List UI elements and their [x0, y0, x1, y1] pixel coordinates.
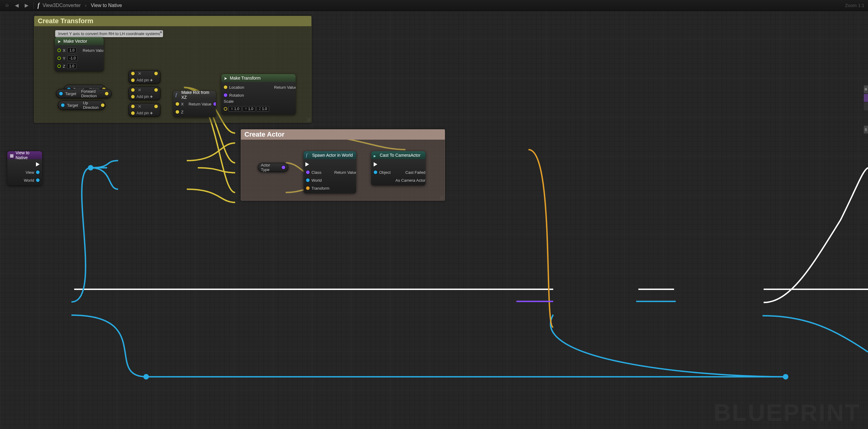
pin-out[interactable] [282, 165, 285, 169]
pin-label: Return Value [83, 48, 104, 53]
cast-icon [374, 153, 378, 157]
pin-out[interactable] [213, 102, 216, 106]
node-multiply-1[interactable]: × Add pin [129, 70, 160, 84]
pin-transform[interactable] [306, 186, 310, 190]
pin-scale[interactable] [224, 107, 227, 111]
function-icon: f [176, 93, 180, 97]
chip-target-up[interactable]: Target Up Direction [58, 101, 105, 110]
note-text: Invert Y axis to convert from RH to LH c… [58, 31, 160, 36]
pin-location[interactable] [224, 85, 227, 89]
chip-actor-type[interactable]: Actor Type [258, 163, 288, 172]
pin-in-b[interactable] [131, 95, 135, 98]
add-pin-button[interactable]: Add pin [136, 94, 153, 99]
node-make-vector[interactable]: ➤ Make Vector X 1.0 Y -1.0 Z 1.0 Return … [55, 37, 104, 71]
pin-exec-in[interactable] [374, 162, 377, 166]
scale-z[interactable]: Z 1.0 [257, 106, 269, 112]
pin-label: Target [67, 103, 78, 108]
pin-label: X [181, 102, 184, 106]
node-title: Cast To CameraActor [380, 153, 421, 158]
add-pin-button[interactable]: Add pin [136, 78, 153, 82]
pin-rotation[interactable] [224, 93, 227, 97]
chip-target-forward[interactable]: Target Forward Direction [56, 89, 112, 98]
resize-handle[interactable] [440, 196, 444, 200]
pin-label: Transform [311, 186, 330, 190]
multiply-icon: × [136, 103, 143, 110]
pin-out[interactable] [154, 104, 158, 108]
pin-in-z[interactable] [57, 64, 61, 68]
pin-in-x[interactable] [57, 49, 61, 52]
struct-icon: ➤ [57, 39, 62, 43]
pin-world[interactable] [36, 178, 40, 182]
pin-out[interactable] [154, 88, 158, 92]
pin-in-z[interactable] [176, 110, 179, 114]
node-multiply-3[interactable]: × Add pin [129, 103, 160, 117]
pin-view[interactable] [36, 171, 40, 174]
nav-back-button[interactable]: ◀ [13, 2, 20, 9]
scale-y[interactable]: Y 1.0 [243, 106, 255, 112]
breadcrumb-current[interactable]: View to Native [91, 3, 122, 8]
nav-forward-button[interactable]: ▶ [23, 2, 30, 9]
pin-label: World [311, 178, 322, 183]
side-tab[interactable] [864, 94, 868, 102]
comment-note[interactable]: Invert Y axis to convert from RH to LH c… [55, 30, 163, 37]
pin-world[interactable] [306, 178, 310, 182]
breadcrumb-root[interactable]: View3DConverter [43, 3, 81, 8]
pin-in-b[interactable] [131, 79, 135, 82]
node-title: Spawn Actor in World [312, 153, 353, 158]
node-make-transform[interactable]: ➤ Make Transform Location Rotation Scale… [221, 74, 296, 115]
add-pin-button[interactable]: Add pin [136, 111, 153, 115]
pin-label: Class [311, 170, 321, 175]
pin-out[interactable] [105, 92, 108, 95]
pin-in[interactable] [59, 92, 63, 95]
node-title: Make Rot from XZ [181, 91, 213, 100]
pin-label: View [26, 170, 34, 175]
pin-in-a[interactable] [131, 72, 135, 75]
side-tab[interactable]: R [864, 85, 868, 93]
value-z[interactable]: 1.0 [67, 63, 76, 69]
pin-in-a[interactable] [131, 88, 135, 92]
node-title: View to Native [16, 151, 40, 160]
pin-out[interactable] [101, 103, 104, 107]
pin-label: Z [63, 64, 65, 69]
pin-object[interactable] [374, 171, 377, 174]
pin-class[interactable] [306, 171, 310, 174]
pin-icon: ▣ [160, 30, 162, 34]
value-x[interactable]: 1.0 [67, 48, 77, 53]
resize-handle[interactable] [307, 118, 310, 121]
value-y[interactable]: -1.0 [67, 56, 78, 61]
pin-in-a[interactable] [131, 104, 135, 108]
pin-in-x[interactable] [176, 102, 179, 106]
function-icon: f [306, 153, 310, 157]
pin-exec-in[interactable] [305, 162, 309, 166]
pin-in[interactable] [61, 103, 65, 107]
side-tab[interactable]: S [864, 126, 868, 133]
toolbar: ☆ ◀ ▶ f View3DConverter › View to Native… [0, 0, 868, 11]
pin-in-b[interactable] [131, 111, 135, 115]
node-spawn-actor[interactable]: f Spawn Actor in World Class World Trans… [304, 151, 356, 193]
pin-label: X [63, 48, 65, 53]
pin-label: Forward Direction [81, 89, 102, 98]
pin-label: Return Value [189, 102, 212, 106]
chevron-right-icon: › [85, 3, 87, 8]
pin-label: Up Direction [83, 101, 98, 110]
separator [33, 2, 34, 9]
scale-x[interactable]: X 1.0 [228, 106, 241, 112]
node-view-to-native[interactable]: ▦ View to Native View World [7, 151, 42, 185]
svg-point-2 [783, 374, 788, 379]
struct-icon: ➤ [224, 76, 228, 80]
node-make-rot-xz[interactable]: f Make Rot from XZ X Z Return Value [173, 91, 216, 117]
node-multiply-2[interactable]: × Add pin [129, 87, 160, 100]
pin-label: Rotation [229, 93, 244, 98]
node-cast-camera-actor[interactable]: Cast To CameraActor Object Cast Failed A… [371, 151, 426, 185]
group-title: Create Actor [241, 129, 445, 140]
entry-icon: ▦ [10, 153, 14, 157]
pin-exec-out[interactable] [36, 162, 40, 166]
side-tabs: R S [864, 85, 868, 134]
pin-in-y[interactable] [57, 56, 61, 60]
graph-canvas[interactable]: Create Transform Create Actor Invert Y a… [0, 0, 868, 429]
pin-label: Scale [224, 99, 234, 104]
favorite-button[interactable]: ☆ [4, 2, 10, 9]
pin-out[interactable] [154, 72, 158, 75]
side-tab[interactable] [864, 102, 868, 111]
pin-label: Return Value [274, 85, 296, 90]
